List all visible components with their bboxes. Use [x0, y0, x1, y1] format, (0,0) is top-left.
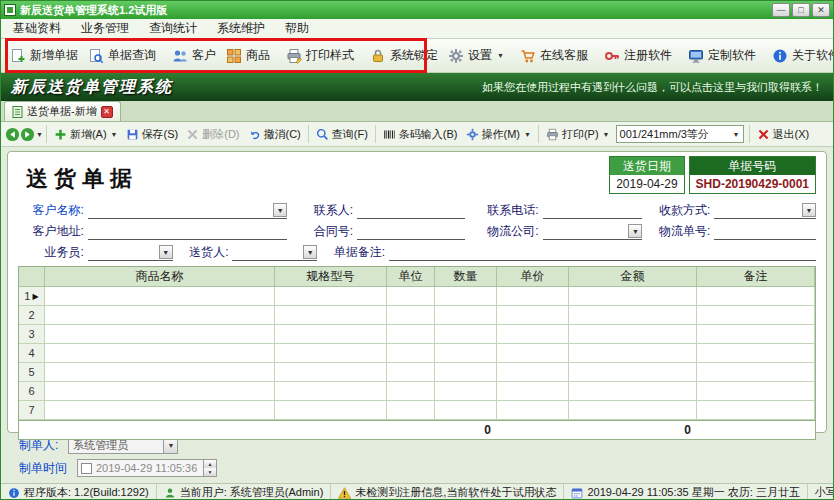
table-cell[interactable]	[275, 344, 387, 363]
query-button[interactable]: 查询(F)	[312, 125, 372, 144]
row-number[interactable]: 2	[19, 306, 45, 325]
menu-help[interactable]: 帮助	[275, 18, 319, 39]
table-cell[interactable]	[45, 344, 275, 363]
table-cell[interactable]	[569, 344, 697, 363]
action-button[interactable]: 操作(M) ▼	[462, 125, 535, 144]
table-cell[interactable]	[435, 382, 497, 401]
new-order-button[interactable]: 新增单据	[5, 44, 83, 67]
table-cell[interactable]	[697, 325, 815, 344]
table-row[interactable]: 5	[19, 363, 815, 382]
banner-contact-link[interactable]: 如果您在使用过程中有遇到什么问题，可以点击这里与我们取得联系！	[482, 80, 823, 95]
chevron-down-icon[interactable]: ▼	[273, 203, 287, 217]
barcode-input-button[interactable]: 条码输入(B)	[379, 125, 462, 144]
custom-software-button[interactable]: 定制软件	[683, 44, 761, 67]
table-cell[interactable]	[387, 325, 435, 344]
minimize-button[interactable]: —	[772, 3, 790, 17]
table-cell[interactable]	[387, 344, 435, 363]
exit-form-button[interactable]: 退出(X)	[753, 125, 814, 144]
table-row[interactable]: 7	[19, 401, 815, 420]
phone-input[interactable]	[543, 202, 643, 219]
spin-down-icon[interactable]: ▼	[204, 468, 216, 476]
row-number[interactable]: 3	[19, 325, 45, 344]
table-cell[interactable]	[497, 363, 569, 382]
table-cell[interactable]	[387, 287, 435, 306]
spin-up-icon[interactable]: ▲	[204, 460, 216, 468]
table-cell[interactable]	[497, 287, 569, 306]
col-unit-price[interactable]: 单价	[497, 267, 569, 287]
table-cell[interactable]	[45, 401, 275, 420]
print-button[interactable]: 打印(P) ▼	[542, 125, 614, 144]
table-cell[interactable]	[275, 401, 387, 420]
table-row[interactable]: 2	[19, 306, 815, 325]
table-row[interactable]: 1▶	[19, 287, 815, 306]
print-style-button[interactable]: 打印样式	[281, 44, 359, 67]
table-cell[interactable]	[697, 344, 815, 363]
table-cell[interactable]	[435, 344, 497, 363]
table-cell[interactable]	[569, 363, 697, 382]
table-cell[interactable]	[697, 306, 815, 325]
table-cell[interactable]	[497, 344, 569, 363]
chevron-down-icon[interactable]: ▼	[628, 224, 642, 238]
table-cell[interactable]	[569, 325, 697, 344]
col-amount[interactable]: 金额	[569, 267, 697, 287]
print-format-select[interactable]: 001/241mm/3等分 ▼	[616, 125, 744, 143]
table-cell[interactable]	[497, 401, 569, 420]
table-cell[interactable]	[697, 382, 815, 401]
table-cell[interactable]	[497, 306, 569, 325]
customer-button[interactable]: 客户	[167, 44, 221, 67]
table-cell[interactable]	[497, 325, 569, 344]
row-number[interactable]: 5	[19, 363, 45, 382]
col-unit[interactable]: 单位	[387, 267, 435, 287]
table-cell[interactable]	[569, 382, 697, 401]
table-cell[interactable]	[275, 382, 387, 401]
table-cell[interactable]	[387, 363, 435, 382]
row-number[interactable]: 7	[19, 401, 45, 420]
menu-basic-data[interactable]: 基础资料	[3, 18, 71, 39]
table-cell[interactable]	[387, 306, 435, 325]
goods-button[interactable]: 商品	[221, 44, 275, 67]
status-case[interactable]: 小写	[808, 484, 834, 500]
system-lock-button[interactable]: 系统锁定	[365, 44, 443, 67]
row-number[interactable]: 1▶	[19, 287, 45, 306]
table-cell[interactable]	[275, 325, 387, 344]
chevron-down-icon[interactable]: ▼	[802, 203, 816, 217]
online-service-button[interactable]: 在线客服	[515, 44, 593, 67]
col-spec-model[interactable]: 规格型号	[275, 267, 387, 287]
col-quantity[interactable]: 数量	[435, 267, 497, 287]
menu-query-stats[interactable]: 查询统计	[139, 18, 207, 39]
undo-button[interactable]: 撤消(C)	[244, 125, 305, 144]
table-cell[interactable]	[275, 363, 387, 382]
register-button[interactable]: 注册软件	[599, 44, 677, 67]
table-cell[interactable]	[45, 363, 275, 382]
menu-system-maint[interactable]: 系统维护	[207, 18, 275, 39]
table-cell[interactable]	[45, 325, 275, 344]
customer-name-input[interactable]: ▼	[88, 202, 287, 219]
table-cell[interactable]	[435, 306, 497, 325]
table-cell[interactable]	[435, 363, 497, 382]
deliverer-select[interactable]: ▼	[232, 244, 317, 261]
nav-history-dropdown-icon[interactable]: ▼	[36, 131, 43, 138]
table-cell[interactable]	[569, 287, 697, 306]
record-new-button[interactable]: 新增(A) ▼	[50, 125, 122, 144]
nav-forward-icon[interactable]	[20, 127, 35, 142]
table-cell[interactable]	[45, 306, 275, 325]
table-cell[interactable]	[275, 287, 387, 306]
row-number[interactable]: 4	[19, 344, 45, 363]
table-cell[interactable]	[45, 382, 275, 401]
logistics-no-input[interactable]	[714, 223, 816, 240]
delete-button[interactable]: 删除(D)	[182, 125, 243, 144]
row-number[interactable]: 6	[19, 382, 45, 401]
table-cell[interactable]	[697, 363, 815, 382]
time-spinner[interactable]: ▲ ▼	[203, 460, 216, 476]
contact-input[interactable]	[357, 202, 465, 219]
chevron-down-icon[interactable]: ▼	[159, 245, 173, 259]
table-cell[interactable]	[435, 325, 497, 344]
payment-select[interactable]: ▼	[714, 202, 816, 219]
table-cell[interactable]	[45, 287, 275, 306]
address-input[interactable]	[88, 223, 287, 240]
delivery-date-value[interactable]: 2019-04-29	[610, 175, 683, 193]
remark-input[interactable]	[389, 244, 816, 261]
table-row[interactable]: 6	[19, 382, 815, 401]
settings-button[interactable]: 设置 ▼	[443, 44, 509, 67]
time-picker[interactable]: 2019-04-29 11:05:36 ▲ ▼	[77, 459, 217, 477]
